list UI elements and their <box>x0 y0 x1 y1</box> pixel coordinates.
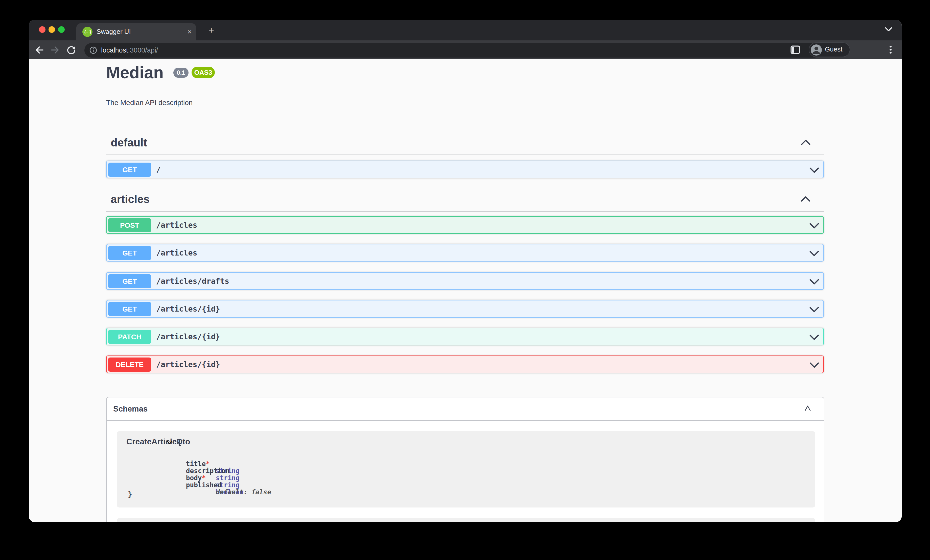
side-panel-icon[interactable] <box>790 46 802 57</box>
expand-chevron-icon[interactable] <box>809 250 819 256</box>
operation-row[interactable]: GET /articles/{id} <box>106 300 824 318</box>
swagger-favicon-icon: {…} <box>82 27 92 37</box>
expand-chevron-icon[interactable] <box>809 223 819 229</box>
browser-tab-strip: {…} Swagger UI × + <box>29 20 902 40</box>
back-icon[interactable] <box>34 44 45 55</box>
method-badge: GET <box>108 246 151 260</box>
new-tab-button[interactable]: + <box>204 23 219 37</box>
browser-tab-swagger-ui[interactable]: {…} Swagger UI × <box>76 23 196 40</box>
collapse-chevron-icon[interactable] <box>804 405 812 411</box>
tab-close-icon[interactable]: × <box>185 23 195 40</box>
avatar <box>811 44 822 55</box>
method-badge: DELETE <box>108 357 151 372</box>
tab-title: Swagger UI <box>97 23 131 40</box>
method-badge: GET <box>108 274 151 288</box>
expand-chevron-icon[interactable] <box>809 167 819 173</box>
operation-row[interactable]: POST /articles <box>106 216 824 234</box>
schemas-section: Schemas CreateArticleDto { title* string <box>106 397 824 522</box>
browser-toolbar: localhost:3000/api/ Guest <box>29 40 902 59</box>
model-property-default-row: default: false <box>139 482 186 489</box>
window-zoom-button[interactable] <box>58 26 65 33</box>
method-badge: PATCH <box>108 330 151 344</box>
collapse-chevron-icon[interactable] <box>801 196 811 202</box>
reload-icon[interactable] <box>66 44 77 55</box>
property-default: default: false <box>216 489 271 496</box>
section-header-articles[interactable]: articles <box>106 187 824 212</box>
address-bar[interactable]: localhost:3000/api/ <box>85 43 821 57</box>
version-badge: 0.1 <box>173 68 188 78</box>
forward-icon[interactable] <box>49 44 61 55</box>
operation-path: / <box>156 161 161 179</box>
browser-menu-icon[interactable] <box>888 44 894 55</box>
window-minimize-button[interactable] <box>49 26 55 33</box>
expand-chevron-icon[interactable] <box>809 307 819 313</box>
expand-chevron-icon[interactable] <box>809 362 819 368</box>
expand-chevron-icon[interactable] <box>809 334 819 341</box>
profile-label: Guest <box>825 43 842 57</box>
expand-chevron-icon[interactable] <box>809 279 819 285</box>
model-create-article-dto[interactable]: CreateArticleDto { title* string descrip… <box>117 431 815 508</box>
model-toggle-chevron-icon[interactable] <box>166 440 173 445</box>
method-badge: GET <box>108 163 151 177</box>
method-badge: POST <box>108 218 151 232</box>
operation-path: /articles/drafts <box>156 273 229 290</box>
operation-row[interactable]: GET / <box>106 161 824 178</box>
model-property-row: title* string <box>139 453 210 460</box>
close-brace: } <box>128 490 132 499</box>
url-path: :3000/api/ <box>128 46 158 54</box>
method-badge: GET <box>108 302 151 316</box>
profile-button[interactable]: Guest <box>809 42 850 57</box>
operation-row[interactable]: GET /articles/drafts <box>106 272 824 290</box>
model-property-row: published boolean <box>139 475 222 482</box>
schemas-title: Schemas <box>107 397 824 420</box>
oas-badge: OAS3 <box>192 67 215 78</box>
tab-search-chevron-icon[interactable] <box>884 27 893 32</box>
model-property-row: description string <box>139 460 229 468</box>
schemas-header[interactable]: Schemas <box>107 397 824 420</box>
api-title: Median <box>106 63 163 82</box>
url-host: localhost <box>101 46 128 54</box>
operation-path: /articles <box>156 244 197 262</box>
operation-row[interactable]: DELETE /articles/{id} <box>106 356 824 373</box>
operation-path: /articles/{id} <box>156 328 220 346</box>
operation-row[interactable]: PATCH /articles/{id} <box>106 328 824 345</box>
section-header-default[interactable]: default <box>106 131 824 155</box>
section-title: articles <box>106 187 824 211</box>
browser-window: {…} Swagger UI × + <box>29 20 902 522</box>
site-info-icon[interactable] <box>89 46 97 54</box>
window-close-button[interactable] <box>39 26 46 33</box>
model-property-row: body* string <box>139 468 206 475</box>
api-description: The Median API description <box>106 98 192 107</box>
collapse-chevron-icon[interactable] <box>801 140 811 146</box>
section-title: default <box>106 131 824 155</box>
swagger-page: Median 0.1 OAS3 The Median API descripti… <box>29 59 902 522</box>
open-brace: { <box>177 438 182 446</box>
operation-path: /articles <box>156 216 197 234</box>
url-text: localhost:3000/api/ <box>101 43 158 57</box>
model-next-partial[interactable] <box>117 518 815 522</box>
property-name: published <box>186 482 222 489</box>
operation-path: /articles/{id} <box>156 301 220 318</box>
operation-path: /articles/{id} <box>156 356 220 374</box>
operation-row[interactable]: GET /articles <box>106 244 824 262</box>
